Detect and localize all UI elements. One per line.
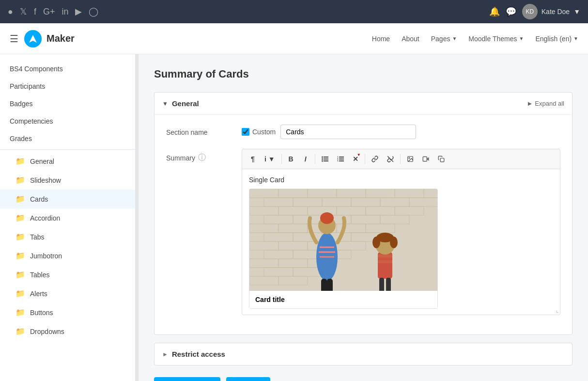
general-section-title: General	[172, 99, 199, 108]
restrict-access-title: Restrict access	[172, 350, 225, 358]
toolbar-unordered-list-btn[interactable]	[318, 152, 332, 166]
toolbar-bold-btn[interactable]: B	[284, 152, 298, 166]
user-dropdown-icon[interactable]: ▼	[573, 8, 580, 16]
restrict-access-header[interactable]: ► Restrict access	[155, 343, 572, 365]
svg-point-76	[390, 237, 398, 248]
sidebar-item-accordion[interactable]: 📁 Accordion	[0, 208, 135, 227]
youtube-icon[interactable]: ▶	[75, 6, 82, 17]
svg-rect-73	[378, 260, 392, 263]
alerts-folder-icon: 📁	[15, 289, 25, 298]
nav-home[interactable]: Home	[372, 35, 390, 43]
summary-label: Summary	[166, 154, 195, 162]
slideshow-folder-icon: 📁	[15, 175, 25, 185]
sidebar-item-alerts[interactable]: 📁 Alerts	[0, 284, 135, 303]
expand-all-button[interactable]: ► Expand all	[526, 100, 564, 107]
google-plus-icon[interactable]: G+	[43, 7, 55, 17]
section-name-label: Section name	[166, 125, 234, 136]
toolbar-video-btn[interactable]	[418, 152, 433, 166]
sidebar-item-grades[interactable]: Grades	[0, 130, 135, 147]
sidebar-item-buttons[interactable]: 📁 Buttons	[0, 303, 135, 322]
svg-point-77	[372, 237, 380, 248]
toolbar-paragraph-btn[interactable]: ¶	[246, 152, 260, 166]
brand: Maker	[24, 30, 75, 48]
facebook-icon[interactable]: f	[34, 7, 36, 17]
sidebar-item-dropdowns[interactable]: 📁 Dropdowns	[0, 322, 135, 341]
cards-label: Cards	[30, 195, 48, 203]
custom-checkbox[interactable]	[242, 128, 249, 136]
sidebar-item-tables[interactable]: 📁 Tables	[0, 265, 135, 284]
custom-label: Custom	[252, 128, 276, 136]
nav-language[interactable]: English (en) ▼	[535, 35, 578, 43]
action-bar: Save changes Cancel	[154, 373, 573, 381]
topbar: ● 𝕏 f G+ in ▶ ◯ 🔔 💬 KD Kate Doe ▼	[0, 0, 588, 23]
sidebar-item-competencies[interactable]: Competencies	[0, 112, 135, 130]
user-menu[interactable]: KD Kate Doe ▼	[522, 4, 580, 19]
bs4-label: BS4 Components	[10, 65, 63, 73]
expand-all-icon: ►	[526, 100, 533, 107]
svg-point-3	[322, 157, 323, 158]
editor-content[interactable]: Single Card	[242, 169, 560, 315]
twitter-icon[interactable]: 𝕏	[20, 6, 27, 17]
cancel-button[interactable]: Cancel	[226, 377, 271, 381]
toolbar-copy-btn[interactable]	[434, 152, 449, 166]
svg-rect-70	[327, 279, 333, 291]
editor-resize-handle[interactable]: ⌞	[556, 307, 559, 314]
sidebar-item-jumbotron[interactable]: 📁 Jumbotron	[0, 246, 135, 265]
sidebar-item-participants[interactable]: Participants	[0, 78, 135, 95]
message-icon[interactable]: 💬	[506, 6, 516, 17]
accordion-label: Accordion	[30, 214, 60, 222]
moodle-caret-icon: ▼	[519, 36, 524, 41]
custom-checkbox-label[interactable]: Custom	[242, 128, 276, 136]
avatar: KD	[522, 4, 538, 19]
user-name: Kate Doe	[542, 8, 570, 16]
lang-caret-icon: ▼	[573, 36, 578, 41]
section-title-area: ▼ General	[162, 99, 199, 108]
sidebar-item-cards[interactable]: 📁 Cards	[0, 190, 135, 208]
sidebar-item-badges[interactable]: Badges	[0, 95, 135, 112]
toolbar-image-btn[interactable]	[403, 152, 418, 166]
tables-label: Tables	[30, 271, 49, 279]
svg-rect-8	[339, 160, 344, 161]
svg-point-14	[409, 158, 410, 159]
collapse-general-icon[interactable]: ▼	[162, 100, 168, 107]
sidebar-item-tabs[interactable]: 📁 Tabs	[0, 227, 135, 246]
instagram-icon[interactable]: ◯	[89, 6, 98, 17]
nav-moodle-themes[interactable]: Moodle Themes ▼	[468, 35, 524, 43]
save-changes-button[interactable]: Save changes	[154, 377, 220, 381]
toolbar-ordered-list-btn[interactable]: 1.2.3.	[333, 152, 348, 166]
svg-rect-72	[378, 254, 392, 257]
globe-icon[interactable]: ●	[8, 7, 13, 17]
competencies-label: Competencies	[10, 117, 53, 125]
svg-rect-79	[386, 278, 391, 291]
general-section-body: Section name Custom Summary ⓘ	[155, 115, 572, 334]
topbar-user-area: 🔔 💬 KD Kate Doe ▼	[489, 4, 580, 19]
toolbar-info-btn[interactable]: i ▼	[261, 152, 279, 166]
help-icon[interactable]: ⓘ	[198, 153, 206, 163]
toolbar-sep-3	[365, 154, 365, 164]
restrict-access-section: ► Restrict access	[154, 343, 573, 365]
sidebar-item-slideshow[interactable]: 📁 Slideshow	[0, 171, 135, 190]
badges-label: Badges	[10, 100, 32, 108]
sidebar-item-general[interactable]: 📁 General	[0, 152, 135, 171]
svg-rect-6	[339, 157, 344, 158]
expand-all-label: Expand all	[535, 100, 564, 107]
nav-about[interactable]: About	[402, 35, 419, 43]
nav-pages[interactable]: Pages ▼	[431, 35, 457, 43]
toolbar-link-btn[interactable]	[368, 152, 382, 166]
slideshow-label: Slideshow	[30, 176, 61, 184]
editor-text-single-card: Single Card	[249, 176, 553, 184]
section-name-row: Section name Custom	[166, 125, 560, 139]
sidebar-item-bs4[interactable]: BS4 Components	[0, 60, 135, 78]
linkedin-icon[interactable]: in	[62, 7, 68, 17]
toolbar-clear-format-btn[interactable]: ✕ ▼	[349, 152, 362, 166]
alerts-label: Alerts	[30, 290, 47, 298]
notification-icon[interactable]: 🔔	[489, 6, 500, 17]
hamburger-menu[interactable]: ☰	[10, 33, 18, 45]
svg-text:3.: 3.	[337, 159, 339, 162]
toolbar-sep-4	[400, 154, 401, 164]
editor-area: Single Card	[242, 169, 560, 315]
toolbar-italic-btn[interactable]: I	[299, 152, 312, 166]
toolbar-unlink-btn[interactable]	[383, 152, 398, 166]
section-name-input[interactable]	[280, 125, 416, 139]
svg-rect-15	[423, 157, 427, 161]
